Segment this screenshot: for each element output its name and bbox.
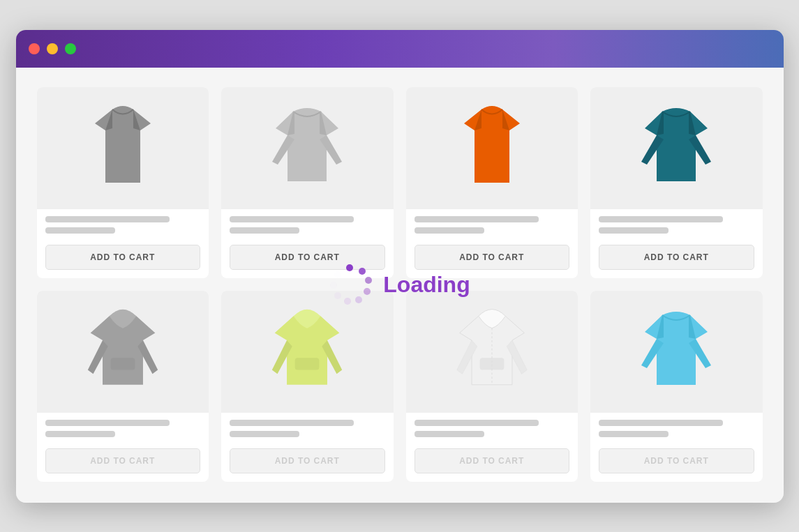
- product-card-orange-tshirt: ADD TO CART: [406, 87, 578, 278]
- product-price-yellow-hoodie: [230, 431, 299, 437]
- add-to-cart-cyan-sweatshirt[interactable]: ADD TO CART: [599, 448, 754, 473]
- maximize-button-icon[interactable]: [65, 43, 76, 54]
- product-title-teal-sweatshirt: [599, 216, 723, 222]
- product-card-cyan-sweatshirt: ADD TO CART: [590, 291, 763, 482]
- product-info-yellow-hoodie: [221, 413, 394, 441]
- svg-rect-1: [295, 358, 320, 370]
- product-info-gray-sweatshirt: [221, 209, 394, 238]
- product-title-gray-sweatshirt: [230, 216, 354, 222]
- add-to-cart-gray-hoodie[interactable]: ADD TO CART: [45, 448, 201, 473]
- add-to-cart-yellow-hoodie[interactable]: ADD TO CART: [230, 448, 385, 473]
- product-card-teal-sweatshirt: ADD TO CART: [590, 87, 763, 278]
- product-card-gray-tshirt: ADD TO CART: [37, 87, 209, 278]
- product-title-gray-tshirt: [45, 216, 170, 222]
- svg-rect-0: [110, 358, 135, 370]
- product-title-white-hoodie: [415, 420, 539, 426]
- add-to-cart-white-hoodie[interactable]: ADD TO CART: [415, 448, 570, 473]
- svg-rect-2: [479, 358, 504, 370]
- browser-content: ADD TO CART: [16, 68, 784, 503]
- product-price-orange-tshirt: [415, 227, 484, 234]
- product-title-gray-hoodie: [45, 420, 170, 426]
- product-image-white-hoodie: [406, 291, 578, 413]
- product-info-gray-tshirt: [37, 209, 209, 238]
- browser-titlebar: [16, 30, 784, 68]
- product-image-cyan-sweatshirt: [590, 291, 763, 413]
- product-card-gray-sweatshirt: ADD TO CART: [221, 87, 394, 278]
- minimize-button-icon[interactable]: [47, 43, 58, 54]
- product-image-gray-tshirt: [37, 87, 209, 209]
- product-price-cyan-sweatshirt: [599, 431, 669, 437]
- browser-window: ADD TO CART: [16, 30, 784, 503]
- product-card-white-hoodie: ADD TO CART: [406, 291, 578, 482]
- product-title-orange-tshirt: [415, 216, 539, 222]
- product-image-gray-hoodie: [37, 291, 209, 413]
- product-image-orange-tshirt: [406, 87, 578, 209]
- product-price-gray-tshirt: [45, 227, 115, 234]
- product-card-gray-hoodie: ADD TO CART: [37, 291, 209, 482]
- product-grid: ADD TO CART: [37, 87, 763, 482]
- product-price-gray-hoodie: [45, 431, 115, 437]
- add-to-cart-gray-sweatshirt[interactable]: ADD TO CART: [230, 245, 385, 270]
- product-image-gray-sweatshirt: [221, 87, 394, 209]
- add-to-cart-teal-sweatshirt[interactable]: ADD TO CART: [599, 245, 754, 270]
- product-card-yellow-hoodie: ADD TO CART: [221, 291, 394, 482]
- product-info-orange-tshirt: [406, 209, 578, 238]
- product-info-cyan-sweatshirt: [590, 413, 763, 441]
- product-image-teal-sweatshirt: [590, 87, 763, 209]
- product-info-white-hoodie: [406, 413, 578, 441]
- product-price-gray-sweatshirt: [230, 227, 299, 234]
- add-to-cart-orange-tshirt[interactable]: ADD TO CART: [415, 245, 570, 270]
- add-to-cart-gray-tshirt[interactable]: ADD TO CART: [45, 245, 201, 270]
- close-button-icon[interactable]: [29, 43, 40, 54]
- product-price-teal-sweatshirt: [599, 227, 669, 234]
- product-title-cyan-sweatshirt: [599, 420, 723, 426]
- product-image-yellow-hoodie: [221, 291, 394, 413]
- product-info-teal-sweatshirt: [590, 209, 763, 238]
- product-info-gray-hoodie: [37, 413, 209, 441]
- product-price-white-hoodie: [415, 431, 484, 437]
- product-title-yellow-hoodie: [230, 420, 354, 426]
